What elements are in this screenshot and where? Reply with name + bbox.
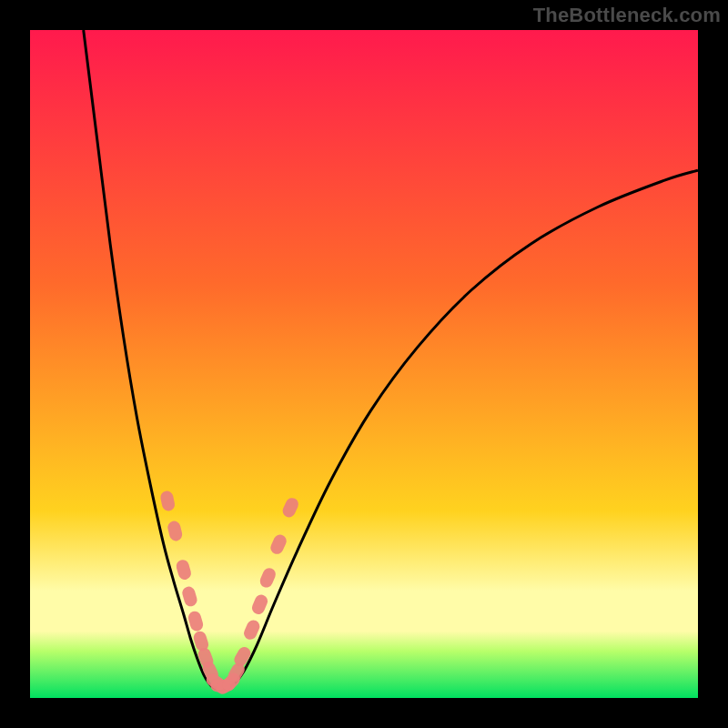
chart-frame: TheBottleneck.com xyxy=(0,0,728,728)
gradient-background xyxy=(30,30,698,698)
plot-svg xyxy=(30,30,698,698)
watermark-text: TheBottleneck.com xyxy=(533,4,721,27)
plot-area xyxy=(30,30,698,698)
